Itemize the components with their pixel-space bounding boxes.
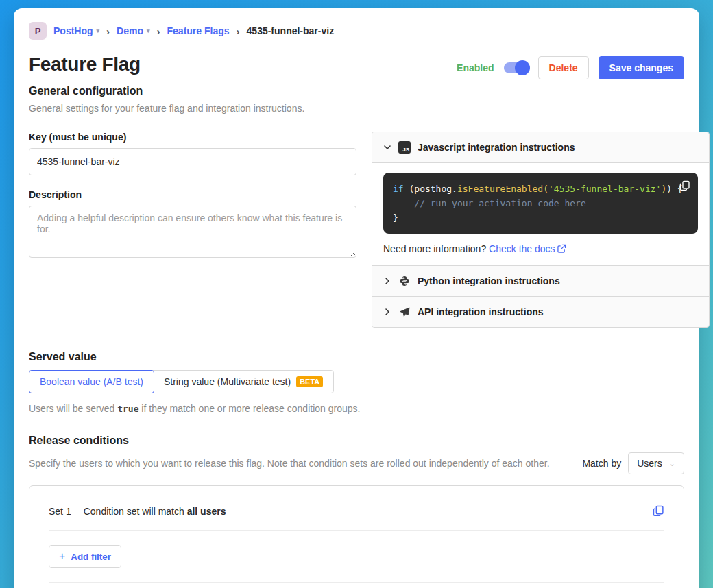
org-avatar[interactable]: P xyxy=(29,22,47,40)
integration-panels: JS Javascript integration instructions i… xyxy=(372,132,710,328)
docs-link[interactable]: Check the docs xyxy=(489,243,555,254)
condition-set-card: Set 1 Condition set will match all users… xyxy=(29,485,684,588)
javascript-panel-body: if (posthog.isFeatureEnabled('4535-funne… xyxy=(372,162,709,265)
match-prefix: Condition set will match xyxy=(84,506,187,517)
breadcrumb-separator-icon: › xyxy=(106,25,110,37)
note-suffix: if they match one or more release condit… xyxy=(138,403,360,414)
chevron-down-icon: ▾ xyxy=(147,27,150,34)
chevron-down-icon: ▾ xyxy=(97,27,100,34)
description-textarea[interactable] xyxy=(29,206,356,258)
breadcrumb-item-posthog[interactable]: PostHog ▾ xyxy=(53,25,99,36)
beta-badge: BETA xyxy=(296,376,323,387)
api-panel-title: API integration instructions xyxy=(418,306,544,317)
toggle-knob xyxy=(515,60,530,75)
breadcrumb-separator-icon: › xyxy=(237,25,240,37)
boolean-value-option[interactable]: Boolean value (A/B test) xyxy=(29,370,154,393)
key-label: Key (must be unique) xyxy=(29,132,356,143)
chevron-down-icon: ⌄ xyxy=(669,459,675,468)
general-configuration-heading: General configuration xyxy=(29,85,684,97)
string-option-label: String value (Multivariate test) xyxy=(164,376,291,387)
main-card: P PostHog ▾ › Demo ▾ › Feature Flags › 4… xyxy=(14,8,699,588)
match-by-label: Match by xyxy=(582,458,621,469)
external-link-icon xyxy=(557,244,566,253)
flag-settings-column: Key (must be unique) Description xyxy=(29,132,356,273)
javascript-panel-title: Javascript integration instructions xyxy=(418,142,575,153)
breadcrumb-item-current: 4535-funnel-bar-viz xyxy=(247,25,335,36)
header-actions: Enabled Delete Save changes xyxy=(457,56,684,79)
release-conditions-heading: Release conditions xyxy=(29,434,684,447)
docs-line: Need more information? Check the docs xyxy=(383,243,698,254)
boolean-option-label: Boolean value (A/B test) xyxy=(40,376,143,387)
set-number-label: Set 1 xyxy=(49,506,71,517)
breadcrumb-label: PostHog xyxy=(53,25,93,36)
note-code: true xyxy=(117,404,138,414)
match-by-control: Match by Users ⌄ xyxy=(582,452,684,474)
release-conditions-section: Release conditions Specify the users to … xyxy=(29,434,684,588)
chevron-down-icon xyxy=(383,143,391,151)
served-value-section: Served value Boolean value (A/B test) St… xyxy=(29,351,684,414)
note-prefix: Users will be served xyxy=(29,403,117,414)
api-icon xyxy=(398,306,411,318)
page-title: Feature Flag xyxy=(29,53,141,75)
served-value-note: Users will be served true if they match … xyxy=(29,403,684,414)
served-value-segmented-control: Boolean value (A/B test) String value (M… xyxy=(29,370,334,393)
integration-column: JS Javascript integration instructions i… xyxy=(372,132,710,328)
set-match-text: Condition set will match all users xyxy=(84,506,640,517)
enabled-label: Enabled xyxy=(457,62,494,73)
match-bold: all users xyxy=(187,506,226,517)
python-panel-title: Python integration instructions xyxy=(418,275,560,286)
breadcrumb-label: 4535-funnel-bar-viz xyxy=(247,25,335,36)
description-label: Description xyxy=(29,189,356,200)
breadcrumb-item-demo[interactable]: Demo ▾ xyxy=(117,25,149,36)
code-content: if (posthog.isFeatureEnabled('4535-funne… xyxy=(393,184,688,223)
chevron-right-icon xyxy=(383,277,391,285)
match-by-value: Users xyxy=(637,458,662,469)
breadcrumb-label: Feature Flags xyxy=(167,25,230,36)
breadcrumb: P PostHog ▾ › Demo ▾ › Feature Flags › 4… xyxy=(29,22,684,40)
docs-prompt: Need more information? xyxy=(383,243,489,254)
javascript-panel-header[interactable]: JS Javascript integration instructions xyxy=(372,132,709,162)
condition-set-header: Set 1 Condition set will match all users xyxy=(49,505,664,517)
python-panel-header[interactable]: Python integration instructions xyxy=(372,265,709,296)
python-icon xyxy=(398,275,411,287)
api-panel-header[interactable]: API integration instructions xyxy=(372,296,709,327)
served-value-heading: Served value xyxy=(29,351,684,363)
add-filter-label: Add filter xyxy=(71,552,111,562)
add-filter-button[interactable]: + Add filter xyxy=(49,545,121,568)
copy-icon[interactable] xyxy=(679,180,690,191)
plus-icon: + xyxy=(59,551,65,562)
match-by-select[interactable]: Users ⌄ xyxy=(628,452,684,474)
divider xyxy=(49,530,664,531)
page-header: Feature Flag Enabled Delete Save changes xyxy=(29,53,684,79)
breadcrumb-label: Demo xyxy=(117,25,143,36)
javascript-icon: JS xyxy=(398,141,411,154)
enabled-toggle[interactable] xyxy=(504,62,529,73)
delete-button[interactable]: Delete xyxy=(538,56,589,79)
string-value-option[interactable]: String value (Multivariate test) BETA xyxy=(154,371,333,393)
breadcrumb-separator-icon: › xyxy=(157,25,160,37)
duplicate-set-icon[interactable] xyxy=(653,505,664,517)
breadcrumb-item-feature-flags[interactable]: Feature Flags xyxy=(167,25,230,36)
divider xyxy=(49,582,664,583)
code-block: if (posthog.isFeatureEnabled('4535-funne… xyxy=(383,173,698,234)
chevron-right-icon xyxy=(383,308,391,316)
release-conditions-subtitle: Specify the users to which you want to r… xyxy=(29,458,550,469)
general-configuration-subtitle: General settings for your feature flag a… xyxy=(29,103,684,114)
key-input[interactable] xyxy=(29,148,356,175)
save-changes-button[interactable]: Save changes xyxy=(599,56,684,79)
